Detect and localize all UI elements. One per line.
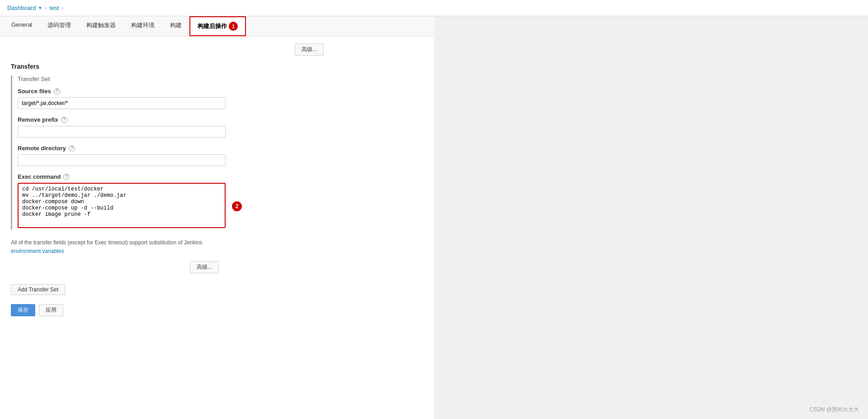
advanced-row-bottom: 高级...: [11, 261, 219, 273]
tab-source[interactable]: 源码管理: [40, 16, 79, 36]
advanced-row-top: 高级...: [11, 43, 324, 56]
remove-prefix-group: Remove prefix ?: [18, 116, 324, 138]
exec-command-group: Exec command ? 2: [18, 173, 324, 229]
transfers-title: Transfers: [11, 63, 324, 70]
add-transfer-set-button[interactable]: Add Transfer Set: [11, 284, 65, 295]
tab-env[interactable]: 构建环境: [123, 16, 162, 36]
advanced-button-top[interactable]: 高级...: [295, 43, 324, 56]
source-files-label: Source files ?: [18, 88, 324, 95]
tab-post-build[interactable]: 构建后操作 1: [189, 16, 246, 36]
exec-command-container: 2: [18, 183, 226, 229]
exec-command-label: Exec command ?: [18, 173, 324, 180]
source-files-help-icon[interactable]: ?: [54, 88, 60, 95]
save-button[interactable]: 保存: [11, 304, 35, 316]
source-files-group: Source files ?: [18, 88, 324, 109]
add-transfer-row: Add Transfer Set: [11, 284, 324, 295]
remove-prefix-label: Remove prefix ?: [18, 116, 324, 123]
tab-general[interactable]: General: [4, 16, 40, 36]
env-variables-link[interactable]: environment variables: [11, 248, 64, 254]
tabs-bar: General 源码管理 构建触发器 构建环境 构建 构建后操作 1: [0, 16, 434, 36]
remove-prefix-help-icon[interactable]: ?: [61, 117, 67, 123]
apply-button[interactable]: 应用: [39, 304, 63, 316]
source-files-input[interactable]: [18, 97, 226, 109]
breadcrumb-sep-2: ›: [62, 5, 64, 11]
tab-build[interactable]: 构建: [162, 16, 189, 36]
remove-prefix-input[interactable]: [18, 126, 226, 138]
transfer-set: Transfer Set Source files ? Remove prefi…: [11, 76, 324, 229]
main-content: General 源码管理 构建触发器 构建环境 构建 构建后操作 1 高级...…: [0, 16, 868, 419]
right-panel: [434, 16, 868, 419]
breadcrumb-test[interactable]: test: [50, 5, 59, 11]
breadcrumb-sep-1: ›: [45, 5, 47, 11]
breadcrumb-bar: Dashboard ▾ › test ›: [0, 0, 868, 16]
transfer-set-label: Transfer Set: [18, 76, 324, 82]
advanced-button-bottom[interactable]: 高级...: [190, 261, 219, 273]
remote-directory-input[interactable]: [18, 154, 226, 166]
transfers-section: Transfers Transfer Set Source files ?: [11, 63, 324, 273]
watermark: CSDN @慧闲大大大: [809, 406, 859, 414]
content-area: 高级... Transfers Transfer Set Source file…: [0, 36, 335, 337]
tab-triggers[interactable]: 构建触发器: [79, 16, 123, 36]
breadcrumb-dashboard[interactable]: Dashboard: [7, 5, 36, 11]
info-text: All of the transfer fields (except for E…: [11, 238, 219, 256]
form-actions: 保存 应用: [11, 304, 324, 330]
exec-command-help-icon[interactable]: ?: [63, 174, 70, 180]
remote-directory-help-icon[interactable]: ?: [69, 145, 75, 152]
remote-directory-label: Remote directory ?: [18, 145, 324, 152]
exec-annotation-badge: 2: [232, 201, 242, 211]
remote-directory-group: Remote directory ?: [18, 145, 324, 166]
breadcrumb-dashboard-dropdown[interactable]: ▾: [38, 5, 42, 11]
tab-annotation-badge: 1: [229, 22, 238, 31]
config-panel: General 源码管理 构建触发器 构建环境 构建 构建后操作 1 高级...…: [0, 16, 434, 419]
exec-command-textarea[interactable]: [18, 183, 226, 228]
